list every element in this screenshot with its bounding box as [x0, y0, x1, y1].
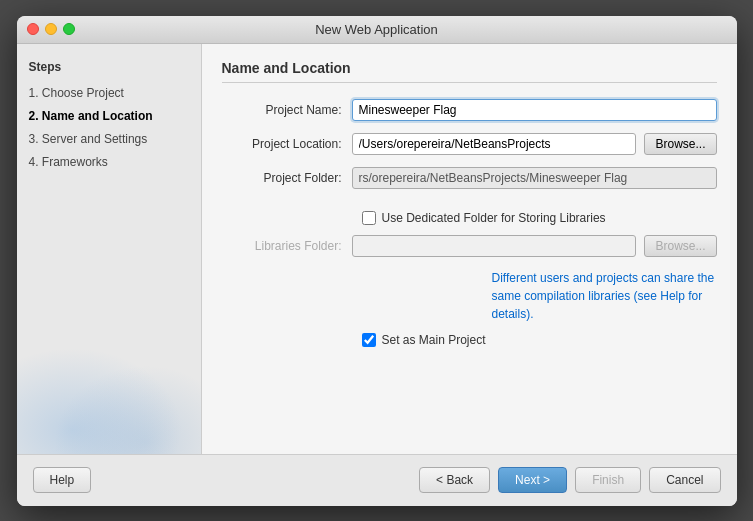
step-3-number: 3. — [29, 132, 39, 146]
step-1: 1. Choose Project — [29, 84, 189, 102]
minimize-button[interactable] — [45, 23, 57, 35]
title-bar: New Web Application — [17, 16, 737, 44]
project-folder-row: Project Folder: — [222, 167, 717, 189]
main-project-row: Set as Main Project — [222, 333, 717, 347]
help-button[interactable]: Help — [33, 467, 92, 493]
project-location-label: Project Location: — [222, 137, 352, 151]
step-2: 2. Name and Location — [29, 107, 189, 125]
project-location-row: Project Location: Browse... — [222, 133, 717, 155]
step-4-number: 4. — [29, 155, 39, 169]
main-project-checkbox[interactable] — [362, 333, 376, 347]
libraries-folder-row: Libraries Folder: Browse... — [222, 235, 717, 257]
next-button[interactable]: Next > — [498, 467, 567, 493]
project-name-label: Project Name: — [222, 103, 352, 117]
dedicated-folder-checkbox[interactable] — [362, 211, 376, 225]
project-name-input[interactable] — [352, 99, 717, 121]
steps-list: 1. Choose Project 2. Name and Location 3… — [29, 84, 189, 171]
main-window: New Web Application Steps 1. Choose Proj… — [17, 16, 737, 506]
finish-button: Finish — [575, 467, 641, 493]
project-folder-input — [352, 167, 717, 189]
project-name-row: Project Name: — [222, 99, 717, 121]
step-4-label: Frameworks — [42, 155, 108, 169]
section-title: Name and Location — [222, 60, 717, 83]
project-folder-label: Project Folder: — [222, 171, 352, 185]
window-title: New Web Application — [315, 22, 438, 37]
sidebar-decoration — [17, 334, 201, 454]
traffic-lights — [27, 23, 75, 35]
project-location-browse-button[interactable]: Browse... — [644, 133, 716, 155]
libraries-folder-input[interactable] — [352, 235, 637, 257]
libraries-browse-button: Browse... — [644, 235, 716, 257]
step-3: 3. Server and Settings — [29, 130, 189, 148]
main-project-label: Set as Main Project — [382, 333, 486, 347]
sidebar-heading: Steps — [29, 60, 189, 74]
maximize-button[interactable] — [63, 23, 75, 35]
libraries-folder-label: Libraries Folder: — [222, 239, 352, 253]
step-4: 4. Frameworks — [29, 153, 189, 171]
footer: Help < Back Next > Finish Cancel — [17, 454, 737, 506]
sidebar: Steps 1. Choose Project 2. Name and Loca… — [17, 44, 202, 454]
close-button[interactable] — [27, 23, 39, 35]
content-area: Steps 1. Choose Project 2. Name and Loca… — [17, 44, 737, 454]
step-1-label: Choose Project — [42, 86, 124, 100]
step-2-number: 2. — [29, 109, 39, 123]
back-button[interactable]: < Back — [419, 467, 490, 493]
cancel-button[interactable]: Cancel — [649, 467, 720, 493]
step-2-label: Name and Location — [42, 109, 153, 123]
main-panel: Name and Location Project Name: Project … — [202, 44, 737, 454]
project-location-input[interactable] — [352, 133, 637, 155]
dedicated-folder-label: Use Dedicated Folder for Storing Librari… — [382, 211, 606, 225]
dedicated-folder-row: Use Dedicated Folder for Storing Librari… — [222, 211, 717, 225]
info-text: Different users and projects can share t… — [492, 269, 717, 323]
step-1-number: 1. — [29, 86, 39, 100]
step-3-label: Server and Settings — [42, 132, 147, 146]
